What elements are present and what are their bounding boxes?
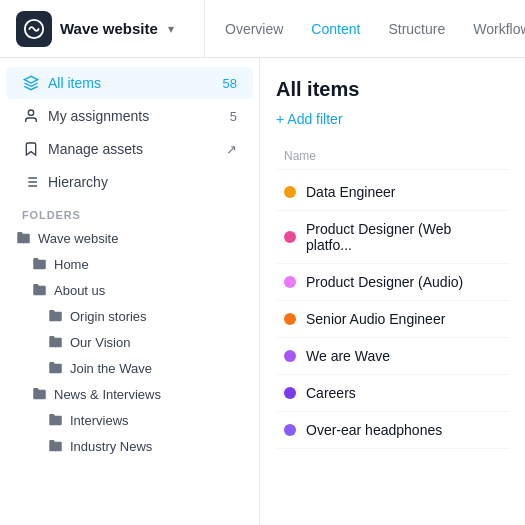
sidebar-item-label: My assignments — [48, 108, 149, 124]
folder-icon — [32, 282, 48, 298]
nav-item-structure[interactable]: Structure — [376, 15, 457, 43]
header: Wave website ▾ OverviewContentStructureW… — [0, 0, 525, 58]
svg-point-2 — [28, 110, 33, 115]
folder-label: Our Vision — [70, 335, 130, 350]
status-dot — [284, 186, 296, 198]
user-icon — [22, 107, 40, 125]
folder-label: Interviews — [70, 413, 129, 428]
page-title: All items — [276, 78, 509, 101]
table-row[interactable]: Careers — [276, 375, 509, 412]
layers-icon — [22, 74, 40, 92]
folder-item[interactable]: About us — [0, 277, 259, 303]
folder-icon — [48, 334, 64, 350]
folder-label: Join the Wave — [70, 361, 152, 376]
sidebar-item-badge: ↗ — [226, 142, 237, 157]
sidebar-item-hierarchy[interactable]: Hierarchy — [6, 166, 253, 198]
sidebar-item-badge: 58 — [223, 76, 237, 91]
status-dot — [284, 387, 296, 399]
folder-item[interactable]: Home — [0, 251, 259, 277]
svg-marker-1 — [24, 76, 37, 83]
item-name: Senior Audio Engineer — [306, 311, 445, 327]
folder-item[interactable]: Industry News — [0, 433, 259, 459]
folder-label: Home — [54, 257, 89, 272]
table-row[interactable]: Senior Audio Engineer — [276, 301, 509, 338]
chevron-down-icon: ▾ — [168, 22, 174, 36]
sidebar-item-label: All items — [48, 75, 101, 91]
item-name: We are Wave — [306, 348, 390, 364]
nav-item-workflow[interactable]: Workflow — [461, 15, 525, 43]
sidebar-item-manage-assets[interactable]: Manage assets ↗ — [6, 133, 253, 165]
item-name: Over-ear headphones — [306, 422, 442, 438]
add-filter-button[interactable]: + Add filter — [276, 111, 343, 127]
list-icon — [22, 173, 40, 191]
folder-icon — [32, 386, 48, 402]
folder-label: Origin stories — [70, 309, 147, 324]
folder-label: News & Interviews — [54, 387, 161, 402]
content-area: All items + Add filter Name Data Enginee… — [260, 58, 525, 525]
folder-item[interactable]: News & Interviews — [0, 381, 259, 407]
folder-item[interactable]: Join the Wave — [0, 355, 259, 381]
table-column-name: Name — [276, 143, 509, 170]
folder-icon — [48, 360, 64, 376]
sidebar-item-all-items[interactable]: All items 58 — [6, 67, 253, 99]
table-row[interactable]: Product Designer (Web platfo... — [276, 211, 509, 264]
sidebar-item-badge: 5 — [230, 109, 237, 124]
brand-logo — [16, 11, 52, 47]
status-dot — [284, 350, 296, 362]
folder-item[interactable]: Our Vision — [0, 329, 259, 355]
nav-item-overview[interactable]: Overview — [213, 15, 295, 43]
item-name: Data Engineer — [306, 184, 396, 200]
sidebar: All items 58 My assignments 5 Manage ass… — [0, 58, 260, 525]
folder-icon — [48, 412, 64, 428]
folder-item[interactable]: Wave website — [0, 225, 259, 251]
main-layout: All items 58 My assignments 5 Manage ass… — [0, 58, 525, 525]
status-dot — [284, 231, 296, 243]
table-row[interactable]: Over-ear headphones — [276, 412, 509, 449]
brand-area[interactable]: Wave website ▾ — [0, 0, 205, 57]
nav-item-content[interactable]: Content — [299, 15, 372, 43]
folder-icon — [16, 230, 32, 246]
folder-icon — [48, 438, 64, 454]
status-dot — [284, 276, 296, 288]
table-row[interactable]: Product Designer (Audio) — [276, 264, 509, 301]
folder-label: About us — [54, 283, 105, 298]
top-nav: OverviewContentStructureWorkflow — [205, 0, 525, 57]
folder-icon — [48, 308, 64, 324]
bookmark-icon — [22, 140, 40, 158]
table-row[interactable]: We are Wave — [276, 338, 509, 375]
table-row[interactable]: Data Engineer — [276, 174, 509, 211]
item-name: Product Designer (Audio) — [306, 274, 463, 290]
folder-item[interactable]: Origin stories — [0, 303, 259, 329]
sidebar-item-my-assignments[interactable]: My assignments 5 — [6, 100, 253, 132]
folder-item[interactable]: Interviews — [0, 407, 259, 433]
item-name: Product Designer (Web platfo... — [306, 221, 501, 253]
status-dot — [284, 313, 296, 325]
folder-label: Industry News — [70, 439, 152, 454]
folder-icon — [32, 256, 48, 272]
brand-name: Wave website — [60, 20, 158, 37]
folder-label: Wave website — [38, 231, 118, 246]
status-dot — [284, 424, 296, 436]
sidebar-item-label: Manage assets — [48, 141, 143, 157]
folders-section-label: FOLDERS — [0, 199, 259, 225]
item-name: Careers — [306, 385, 356, 401]
sidebar-item-label: Hierarchy — [48, 174, 108, 190]
